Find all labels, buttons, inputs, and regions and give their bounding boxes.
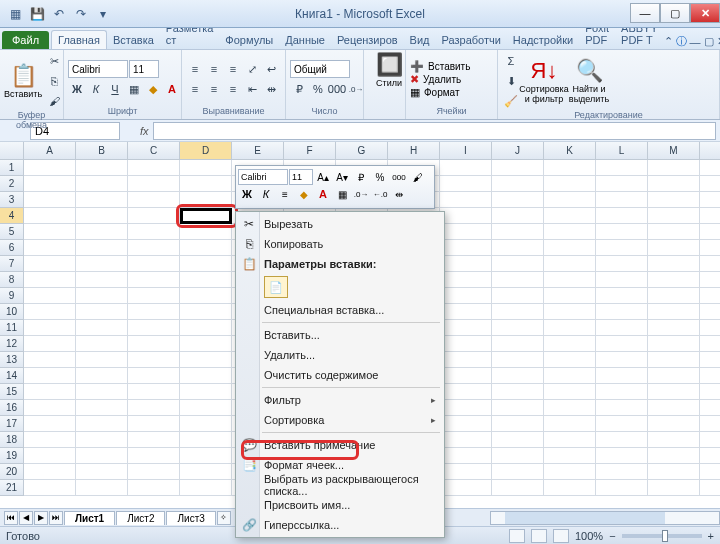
align-top-icon[interactable]: ≡ [186, 60, 204, 78]
cut-icon[interactable]: ✂ [45, 52, 63, 70]
select-all-corner[interactable] [0, 142, 24, 159]
row-18[interactable]: 18 [0, 432, 24, 448]
tab-insert[interactable]: Вставка [107, 31, 160, 49]
ctx-cut[interactable]: ✂Вырезать [236, 214, 444, 234]
ctx-paste-option-default[interactable]: 📄 [264, 276, 288, 298]
qat-more-icon[interactable]: ▾ [94, 5, 112, 23]
col-H[interactable]: H [388, 142, 440, 159]
fx-icon[interactable]: fx [140, 125, 149, 137]
doc-close-icon[interactable]: ✕ [717, 35, 720, 48]
copy-icon[interactable]: ⎘ [45, 72, 63, 90]
file-tab[interactable]: Файл [2, 31, 49, 49]
styles-button[interactable]: 🔲 Стили [368, 52, 410, 88]
zoom-slider[interactable] [622, 534, 702, 538]
row-1[interactable]: 1 [0, 160, 24, 176]
formula-bar[interactable] [153, 122, 716, 140]
align-right-icon[interactable]: ≡ [224, 80, 242, 98]
ctx-paste-special[interactable]: Специальная вставка... [236, 300, 444, 320]
mini-bold-icon[interactable]: Ж [238, 186, 256, 202]
underline-button[interactable]: Ч [106, 80, 124, 98]
save-icon[interactable]: 💾 [28, 5, 46, 23]
currency-icon[interactable]: ₽ [290, 80, 308, 98]
row-6[interactable]: 6 [0, 240, 24, 256]
sheet-nav-first[interactable]: ⏮ [4, 511, 18, 525]
mini-font-name[interactable]: Calibri [238, 169, 288, 185]
ctx-hyperlink[interactable]: 🔗Гиперссылка... [236, 515, 444, 535]
format-cells-button[interactable]: ▦Формат [410, 86, 470, 99]
ctx-insert[interactable]: Вставить... [236, 325, 444, 345]
ctx-copy[interactable]: ⎘Копировать [236, 234, 444, 254]
autosum-icon[interactable]: Σ [502, 52, 520, 70]
zoom-in-button[interactable]: + [708, 530, 714, 542]
row-12[interactable]: 12 [0, 336, 24, 352]
row-10[interactable]: 10 [0, 304, 24, 320]
paste-button[interactable]: 📋 Вставить [4, 52, 42, 110]
align-left-icon[interactable]: ≡ [186, 80, 204, 98]
font-color-button[interactable]: А [163, 80, 181, 98]
mini-dec-decimal-icon[interactable]: ←.0 [371, 186, 389, 202]
row-17[interactable]: 17 [0, 416, 24, 432]
redo-icon[interactable]: ↷ [72, 5, 90, 23]
mini-italic-icon[interactable]: К [257, 186, 275, 202]
row-9[interactable]: 9 [0, 288, 24, 304]
sheet-tab-3[interactable]: Лист3 [166, 511, 215, 525]
align-middle-icon[interactable]: ≡ [205, 60, 223, 78]
mini-font-size[interactable]: 11 [289, 169, 313, 185]
font-size[interactable]: 11 [129, 60, 159, 78]
doc-restore-icon[interactable]: ▢ [704, 35, 714, 48]
col-F[interactable]: F [284, 142, 336, 159]
bold-button[interactable]: Ж [68, 80, 86, 98]
col-E[interactable]: E [232, 142, 284, 159]
ctx-clear[interactable]: Очистить содержимое [236, 365, 444, 385]
zoom-out-button[interactable]: − [609, 530, 615, 542]
insert-cells-button[interactable]: ➕Вставить [410, 60, 470, 73]
selected-cell-D4[interactable] [180, 208, 232, 224]
help-icon[interactable]: ⓘ [676, 34, 687, 49]
view-page-layout-icon[interactable] [531, 529, 547, 543]
indent-dec-icon[interactable]: ⇤ [243, 80, 261, 98]
row-11[interactable]: 11 [0, 320, 24, 336]
find-select-button[interactable]: 🔍 Найти и выделить [568, 52, 610, 110]
col-L[interactable]: L [596, 142, 648, 159]
ctx-define-name[interactable]: Присвоить имя... [236, 495, 444, 515]
view-page-break-icon[interactable] [553, 529, 569, 543]
tab-review[interactable]: Рецензиров [331, 31, 404, 49]
italic-button[interactable]: К [87, 80, 105, 98]
undo-icon[interactable]: ↶ [50, 5, 68, 23]
close-button[interactable]: ✕ [690, 3, 720, 23]
clear-icon[interactable]: 🧹 [502, 92, 520, 110]
col-K[interactable]: K [544, 142, 596, 159]
view-normal-icon[interactable] [509, 529, 525, 543]
mini-fill-color-icon[interactable]: ◆ [295, 186, 313, 202]
col-C[interactable]: C [128, 142, 180, 159]
sheet-tab-1[interactable]: Лист1 [64, 511, 115, 525]
col-A[interactable]: A [24, 142, 76, 159]
mini-border-icon[interactable]: ▦ [333, 186, 351, 202]
horizontal-scrollbar[interactable] [490, 511, 720, 525]
wrap-text-icon[interactable]: ↩ [262, 60, 280, 78]
ctx-sort[interactable]: Сортировка▸ [236, 410, 444, 430]
percent-icon[interactable]: % [309, 80, 327, 98]
row-7[interactable]: 7 [0, 256, 24, 272]
mini-font-color-icon[interactable]: А [314, 186, 332, 202]
format-painter-icon[interactable]: 🖌 [45, 92, 63, 110]
merge-icon[interactable]: ⇹ [262, 80, 280, 98]
col-I[interactable]: I [440, 142, 492, 159]
col-B[interactable]: B [76, 142, 128, 159]
delete-cells-button[interactable]: ✖Удалить [410, 73, 470, 86]
minimize-button[interactable]: — [630, 3, 660, 23]
minimize-ribbon-icon[interactable]: ⌃ [664, 35, 673, 48]
col-G[interactable]: G [336, 142, 388, 159]
new-sheet-button[interactable]: ✧ [217, 511, 231, 525]
fill-icon[interactable]: ⬇ [502, 72, 520, 90]
row-8[interactable]: 8 [0, 272, 24, 288]
ctx-format-cells[interactable]: 📑Формат ячеек... [236, 455, 444, 475]
mini-grow-font-icon[interactable]: A▴ [314, 169, 332, 185]
comma-icon[interactable]: 000 [328, 80, 346, 98]
row-20[interactable]: 20 [0, 464, 24, 480]
sheet-nav-next[interactable]: ▶ [34, 511, 48, 525]
doc-minimize-icon[interactable]: — [690, 36, 701, 48]
row-3[interactable]: 3 [0, 192, 24, 208]
border-button[interactable]: ▦ [125, 80, 143, 98]
row-15[interactable]: 15 [0, 384, 24, 400]
